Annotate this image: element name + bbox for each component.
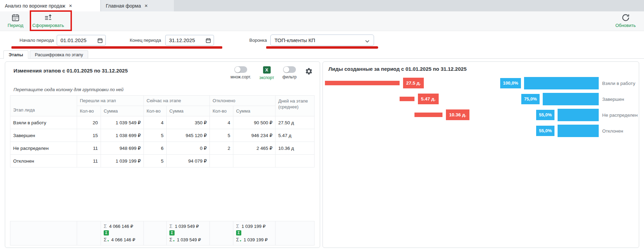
filter-label: фильтр bbox=[282, 75, 297, 79]
column-header-days[interactable]: Дней на этапе (среднее) bbox=[276, 96, 315, 116]
refresh-button[interactable]: Обновить bbox=[615, 13, 636, 28]
refresh-label: Обновить bbox=[615, 23, 636, 28]
days-bar bbox=[414, 113, 442, 117]
stages-table: Этап лида Перешли на этап Сейчас на этап… bbox=[10, 95, 315, 167]
chart-row: 5.47 д. 75,0% Завершен bbox=[323, 91, 639, 107]
multisort-toggle-group[interactable]: множ.сорт. bbox=[231, 66, 251, 79]
multisort-label: множ.сорт. bbox=[231, 75, 251, 79]
conversion-bar bbox=[558, 125, 599, 137]
sum-cell: 350 ₽ bbox=[167, 116, 210, 129]
funnel-select-value: ТОП-клиенты КП bbox=[274, 37, 315, 43]
filter-arrow-icon: ▾ bbox=[173, 239, 175, 242]
column-header-count[interactable]: Кол-во bbox=[77, 106, 101, 116]
count-cell: 4 bbox=[144, 116, 167, 129]
filter-toggle[interactable] bbox=[283, 66, 296, 73]
stage-cell: Завершен bbox=[10, 129, 77, 142]
sum-cell: 945 120 ₽ bbox=[167, 129, 210, 142]
table-row[interactable]: Не распределен 11 948 699 ₽ 6 0 ₽ 2 2 46… bbox=[10, 142, 315, 155]
subtab-stage-details[interactable]: Расшифровка по этапу bbox=[30, 50, 88, 58]
stage-cell: Не распределен bbox=[10, 142, 77, 155]
totals-moved-sum: Σ4 066 146 ₽ Σ Σ▾4 066 146 ₽ bbox=[101, 221, 144, 245]
column-header-stage[interactable]: Этап лида bbox=[10, 96, 77, 116]
category-label: Не распределен bbox=[599, 113, 636, 118]
multisort-toggle[interactable] bbox=[234, 66, 247, 73]
days-bar bbox=[325, 81, 400, 85]
count-cell: 11 bbox=[77, 142, 101, 155]
table-row[interactable]: Отклонен 11 1 039 199 ₽ 5 94 079 ₽ bbox=[10, 155, 315, 167]
grid-controls: множ.сорт. X экспорт фильтр bbox=[231, 66, 313, 80]
filters-row: Начало периода Конец периода Воронка ТОП… bbox=[0, 31, 644, 50]
tab-sales-funnel-analysis[interactable]: Анализ по воронке продаж ✕ bbox=[0, 0, 100, 11]
toolbar: Период Сформировать Обновить bbox=[0, 11, 644, 31]
sum-cell: 90 500 ₽ bbox=[233, 116, 276, 129]
table-row[interactable]: Взяли в работу 20 1 039 549 ₽ 4 350 ₽ 4 … bbox=[10, 116, 315, 129]
period-button[interactable]: Период bbox=[8, 13, 24, 28]
chevron-down-icon bbox=[365, 39, 370, 45]
totals-current-sum: Σ1 039 549 ₽ Σ Σ▾1 039 549 ₽ bbox=[167, 221, 210, 245]
funnel-select[interactable]: ТОП-клиенты КП bbox=[270, 35, 374, 46]
end-period-label: Конец периода bbox=[125, 38, 161, 43]
funnel-label: Воронка bbox=[244, 38, 267, 43]
content-area: Изменения этапов с 01.01.2025 по 31.12.2… bbox=[5, 61, 639, 248]
column-header-sum[interactable]: Сумма bbox=[101, 106, 144, 116]
sum-icon: Σ bbox=[236, 223, 239, 229]
column-header-sum[interactable]: Сумма bbox=[167, 106, 210, 116]
filter-toggle-group[interactable]: фильтр bbox=[282, 66, 297, 79]
sum-cell: 94 079 ₽ bbox=[167, 155, 210, 167]
sum-badge-icon: Σ bbox=[104, 230, 109, 235]
export-button[interactable]: X экспорт bbox=[259, 66, 274, 80]
calendar-icon[interactable] bbox=[97, 38, 103, 45]
column-header-count[interactable]: Кол-во bbox=[210, 106, 233, 116]
close-icon[interactable]: ✕ bbox=[144, 3, 148, 8]
days-label: 5.47 д. bbox=[418, 94, 439, 104]
tab-label: Анализ по воронке продаж bbox=[5, 3, 65, 9]
chart-row: 27.5 д. 100,0% Взяли в работу bbox=[323, 75, 639, 91]
export-label: экспорт bbox=[259, 75, 274, 80]
window-tabbar: Анализ по воронке продаж ✕ Главная форма… bbox=[0, 0, 644, 11]
filtered-sum-icon: Σ bbox=[104, 237, 107, 242]
chart-title: Лиды созданные за период с 01.01.2025 по… bbox=[323, 62, 639, 72]
percent-label: 100,0% bbox=[500, 78, 521, 88]
sum-cell: 2 465 ₽ bbox=[233, 142, 276, 155]
category-label: Отклонен bbox=[599, 128, 636, 134]
generate-label: Сформировать bbox=[32, 23, 64, 28]
start-date-field[interactable] bbox=[57, 35, 106, 46]
count-cell: 6 bbox=[144, 142, 167, 155]
category-label: Взяли в работу bbox=[599, 81, 636, 86]
sum-cell: 1 039 549 ₽ bbox=[101, 116, 144, 129]
table-row[interactable]: Завершен 15 1 038 699 ₽ 5 945 120 ₽ 5 94… bbox=[10, 129, 315, 142]
grid-panel-header: Изменения этапов с 01.01.2025 по 31.12.2… bbox=[5, 62, 320, 80]
group-by-hint: Перетащите сюда колонку для группировки … bbox=[13, 87, 320, 92]
generate-button[interactable]: Сформировать bbox=[32, 13, 64, 28]
view-subtabs: Этапы Расшифровка по этапу bbox=[0, 50, 644, 59]
calendar-icon bbox=[11, 13, 20, 22]
filter-arrow-icon: ▾ bbox=[240, 239, 241, 242]
leads-chart-panel: Лиды созданные за период с 01.01.2025 по… bbox=[323, 61, 639, 248]
days-label: 27.5 д. bbox=[403, 78, 424, 88]
count-cell: 15 bbox=[77, 129, 101, 142]
count-cell: 5 bbox=[144, 155, 167, 167]
tab-main-form[interactable]: Главная форма ✕ bbox=[101, 0, 174, 11]
conversion-bar bbox=[543, 93, 599, 105]
grid-panel-title: Изменения этапов с 01.01.2025 по 31.12.2… bbox=[13, 66, 128, 74]
chart-row: 10.36 д. 55,0% Не распределен bbox=[323, 107, 639, 123]
count-cell: 20 bbox=[77, 116, 101, 129]
excel-export-icon[interactable]: X bbox=[263, 66, 271, 74]
gear-icon[interactable] bbox=[305, 67, 313, 77]
column-header-count[interactable]: Кол-во bbox=[144, 106, 167, 116]
sum-icon: Σ bbox=[169, 223, 172, 229]
calendar-icon[interactable] bbox=[205, 38, 211, 45]
totals-rejected-sum: Σ1 039 199 ₽ Σ Σ▾1 039 199 ₽ bbox=[233, 221, 276, 245]
end-date-field[interactable] bbox=[165, 35, 214, 46]
stage-changes-panel: Изменения этапов с 01.01.2025 по 31.12.2… bbox=[5, 61, 320, 248]
grid-empty-space bbox=[5, 167, 320, 221]
refresh-icon bbox=[621, 13, 630, 22]
chart-row: 55,0% Отклонен bbox=[323, 123, 639, 139]
column-header-sum[interactable]: Сумма bbox=[233, 106, 276, 116]
days-label: 10.36 д. bbox=[446, 109, 469, 120]
percent-label: 55,0% bbox=[536, 126, 554, 136]
sum-badge-icon: Σ bbox=[169, 230, 175, 235]
subtab-stages[interactable]: Этапы bbox=[3, 50, 28, 58]
close-icon[interactable]: ✕ bbox=[69, 3, 72, 8]
count-cell: 4 bbox=[210, 116, 233, 129]
